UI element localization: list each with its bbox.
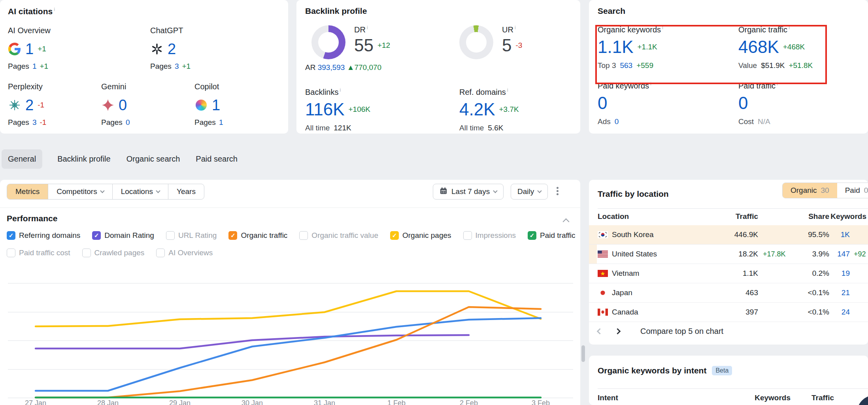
flag-canada-icon — [598, 309, 608, 316]
backlinks-value[interactable]: 116K — [305, 101, 345, 118]
compare-top5-label[interactable]: Compare top 5 on chart — [640, 327, 723, 336]
paid-keywords-value[interactable]: 0 — [598, 94, 607, 112]
paid-traffic-stat: Paid traffici 0 Cost N/A — [738, 81, 778, 126]
pages-value[interactable]: 1 — [32, 62, 37, 71]
keywords-link[interactable]: 24 — [829, 308, 850, 316]
pages-label: Pages — [8, 118, 29, 127]
metric-organic-traffic-value[interactable]: Organic traffic value — [299, 231, 378, 240]
col-share: Share — [758, 212, 829, 221]
scrollbar-thumb[interactable] — [581, 345, 585, 362]
pages-delta: +1 — [182, 62, 191, 71]
dr-delta: +12 — [377, 41, 390, 50]
tab-backlink-profile[interactable]: Backlink profile — [57, 149, 111, 169]
metric-domain-rating[interactable]: ✓Domain Rating — [92, 231, 154, 240]
table-row-united-states[interactable]: United States 18.2K +17.8K 3.9% 147 +92 — [589, 245, 868, 264]
domain-rating-donut — [311, 25, 345, 59]
filter-locations[interactable]: Locations — [113, 184, 168, 199]
perplexity-value: 2 — [25, 98, 34, 113]
tab-paid-search[interactable]: Paid search — [195, 149, 238, 169]
prev-page-icon[interactable] — [597, 328, 603, 335]
performance-title: Performance — [7, 214, 57, 223]
ref-domains-value[interactable]: 4.2K — [459, 101, 495, 118]
metric-paid-traffic[interactable]: ✓Paid traffic — [528, 231, 575, 240]
col-location: Location — [598, 212, 723, 221]
copilot-stat: Copilot 1 Pages1 — [194, 82, 284, 127]
tab-organic-search[interactable]: Organic search — [126, 149, 181, 169]
filter-metrics[interactable]: Metrics — [7, 184, 48, 199]
granularity-button[interactable]: Daily — [511, 184, 548, 200]
keywords-by-intent-card: Organic keywords by intent Beta Intent K… — [589, 356, 868, 405]
ur-label: URi — [502, 24, 522, 34]
organic-paid-toggle: Organic 30 Paid 0 — [782, 183, 868, 198]
keywords-link[interactable]: 1K — [829, 230, 850, 239]
traffic-by-location-card: Traffic by location Organic 30 Paid 0 Lo… — [589, 180, 868, 345]
collapse-section-icon[interactable] — [563, 219, 570, 225]
keywords-link[interactable]: 147 — [829, 250, 850, 258]
pages-value[interactable]: 0 — [126, 118, 130, 127]
organic-traffic-stat: Organic traffici 468K +468K Value $51.9K… — [738, 24, 813, 70]
next-page-icon[interactable] — [615, 328, 621, 335]
perplexity-label: Perplexity — [8, 82, 101, 91]
checkbox-icon — [82, 249, 91, 257]
metric-url-rating[interactable]: URL Rating — [166, 231, 217, 240]
table-row-japan[interactable]: Japan 463 <0.1% 21 — [589, 283, 868, 303]
metric-referring-domains[interactable]: ✓Referring domains — [7, 231, 80, 240]
country-name: United States — [612, 250, 723, 258]
ur-value: 5 — [502, 37, 511, 54]
metric-organic-pages[interactable]: ✓Organic pages — [390, 231, 451, 240]
search-card: Search Organic keywordsi 1.1K +1.1K Top … — [589, 0, 868, 134]
performance-line-chart[interactable] — [0, 261, 580, 405]
table-row-south-korea[interactable]: South Korea 446.9K 95.5% 1K — [589, 225, 868, 245]
metric-ai-overviews[interactable]: AI Overviews — [156, 249, 213, 257]
pages-label: Pages — [194, 118, 216, 127]
paid-traffic-value[interactable]: 0 — [738, 94, 748, 112]
toggle-organic[interactable]: Organic 30 — [783, 183, 837, 198]
backlinks-delta: +106K — [349, 105, 370, 114]
checkbox-icon — [299, 231, 308, 240]
pages-value[interactable]: 3 — [175, 62, 179, 71]
organic-keywords-value[interactable]: 1.1K — [598, 38, 634, 56]
metric-toggle-row-2: Paid traffic cost Crawled pages AI Overv… — [7, 249, 213, 257]
series-referring-domains — [36, 318, 541, 391]
metric-impressions[interactable]: Impressions — [463, 231, 516, 240]
table-row-canada[interactable]: Canada 397 <0.1% 24 — [589, 303, 868, 322]
chevron-down-icon — [100, 188, 104, 193]
table-row-vietnam[interactable]: Vietnam 1.1K 0.2% 19 — [589, 264, 868, 283]
pages-value[interactable]: 1 — [219, 118, 223, 127]
pages-label: Pages — [8, 62, 29, 71]
gemini-icon — [101, 98, 115, 112]
perplexity-stat: Perplexity 2 -1 Pages3-1 — [8, 82, 101, 127]
perplexity-delta: -1 — [38, 101, 44, 109]
pages-value[interactable]: 3 — [32, 118, 37, 127]
copilot-label: Copilot — [194, 82, 284, 91]
backlink-profile-title: Backlink profile — [305, 6, 367, 16]
top3-value[interactable]: 563 — [620, 61, 632, 70]
metric-crawled-pages[interactable]: Crawled pages — [82, 249, 145, 257]
google-icon — [8, 42, 21, 56]
gemini-stat: Gemini 0 Pages0 — [101, 82, 194, 127]
url-rating-donut — [459, 25, 493, 59]
calendar-icon — [440, 187, 447, 197]
date-range-button[interactable]: Last 7 days — [433, 184, 504, 200]
keywords-link[interactable]: 19 — [829, 269, 850, 278]
keywords-by-intent-title: Organic keywords by intent — [598, 366, 706, 375]
toggle-paid[interactable]: Paid 0 — [837, 183, 868, 198]
divider — [0, 207, 580, 208]
flag-japan-icon — [598, 289, 608, 296]
flag-united-states-icon — [598, 251, 608, 258]
checkbox-icon — [166, 231, 175, 240]
tab-general[interactable]: General — [2, 149, 42, 169]
intent-table-header: Intent Keywords Traffic — [598, 394, 834, 402]
filter-years[interactable]: Years — [168, 184, 204, 199]
more-options-icon[interactable] — [557, 187, 559, 195]
metric-organic-traffic[interactable]: ✓Organic traffic — [228, 231, 287, 240]
metric-paid-traffic-cost[interactable]: Paid traffic cost — [7, 249, 70, 257]
gemini-label: Gemini — [101, 82, 194, 91]
backlink-profile-card: Backlink profile DRi 55 +12 AR 393,593 ▲… — [296, 0, 580, 134]
ads-value[interactable]: 0 — [615, 117, 619, 126]
organic-traffic-value[interactable]: 468K — [738, 38, 779, 56]
chevron-down-icon — [493, 188, 498, 193]
keywords-link[interactable]: 21 — [829, 288, 850, 297]
filter-competitors[interactable]: Competitors — [48, 184, 112, 199]
pages-label: Pages — [150, 62, 172, 71]
